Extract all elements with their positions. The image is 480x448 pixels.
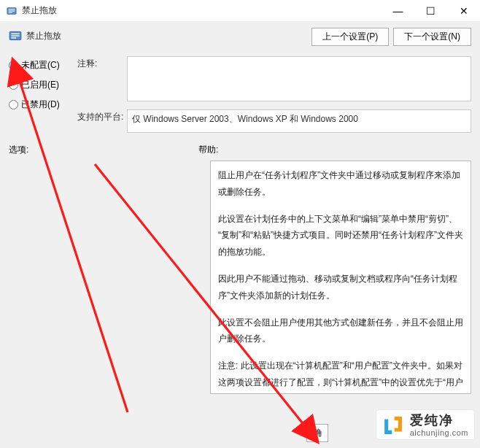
radio-enabled-label: 已启用(E): [21, 79, 59, 91]
bottom-buttons: 确: [306, 424, 328, 442]
comment-textarea[interactable]: [127, 56, 471, 101]
help-text: 此设置在计划任务中的上下文菜单和“编辑”菜单中禁用“剪切”、“复制”和“粘贴”快…: [218, 211, 463, 260]
help-header: 帮助:: [198, 144, 471, 156]
ok-button[interactable]: 确: [306, 424, 328, 442]
watermark-logo-icon: [381, 413, 406, 438]
platforms-textarea[interactable]: [127, 109, 471, 133]
help-text: 注意: 此设置出现在“计算机配置”和“用户配置”文件夹中。如果对这两项设置都进行…: [218, 358, 463, 394]
svg-rect-7: [11, 37, 16, 38]
radio-not-configured[interactable]: 未配置(C): [9, 59, 69, 72]
svg-rect-6: [11, 35, 19, 36]
watermark-cn: 爱纯净: [410, 414, 468, 428]
platforms-label: 支持的平台:: [77, 109, 127, 123]
svg-rect-3: [9, 12, 12, 12]
radio-not-configured-label: 未配置(C): [21, 59, 60, 72]
policy-icon: [9, 29, 22, 42]
window-title: 禁止拖放: [22, 4, 382, 17]
radio-disabled-input[interactable]: [9, 100, 18, 109]
radio-enabled-input[interactable]: [9, 80, 18, 90]
radio-disabled-label: 已禁用(D): [21, 99, 60, 111]
comment-label: 注释:: [77, 56, 127, 70]
fields-column: 注释: 支持的平台:: [77, 56, 471, 141]
radio-enabled[interactable]: 已启用(E): [9, 79, 69, 91]
help-text: 因此用户不能通过拖动、移动或复制文档或程序向“任务计划程序”文件夹添加新的计划任…: [218, 271, 463, 304]
help-text: 此设置不会阻止用户使用其他方式创建新任务，并且不会阻止用户删除任务。: [218, 314, 463, 348]
window-controls: — ☐ ✕: [382, 0, 480, 21]
next-setting-button[interactable]: 下一个设置(N): [393, 28, 471, 46]
policy-title: 禁止拖放: [26, 30, 61, 42]
radio-column: 未配置(C) 已启用(E) 已禁用(D): [9, 56, 69, 141]
svg-rect-2: [9, 10, 15, 11]
app-icon: [6, 5, 18, 17]
options-header: 选项:: [9, 144, 198, 156]
main-body: 未配置(C) 已启用(E) 已禁用(D) 注释: 支持的平台:: [0, 50, 480, 141]
minimize-button[interactable]: —: [382, 0, 414, 21]
lower-section: 选项: 帮助: 阻止用户在“任务计划程序”文件夹中通过移动或复制程序来添加或删除…: [0, 141, 480, 394]
svg-rect-5: [11, 34, 19, 34]
radio-disabled[interactable]: 已禁用(D): [9, 99, 69, 111]
maximize-button[interactable]: ☐: [414, 0, 447, 21]
titlebar: 禁止拖放 — ☐ ✕: [0, 0, 480, 22]
watermark: 爱纯净 aichunjing.com: [376, 410, 474, 439]
help-text: 阻止用户在“任务计划程序”文件夹中通过移动或复制程序来添加或删除任务。: [218, 167, 463, 201]
watermark-en: aichunjing.com: [410, 428, 468, 437]
subheader: 禁止拖放 上一个设置(P) 下一个设置(N): [0, 22, 480, 50]
svg-rect-1: [9, 9, 15, 9]
help-panel[interactable]: 阻止用户在“任务计划程序”文件夹中通过移动或复制程序来添加或删除任务。 此设置在…: [210, 161, 471, 394]
radio-not-configured-input[interactable]: [9, 61, 18, 70]
close-button[interactable]: ✕: [447, 0, 480, 21]
prev-setting-button[interactable]: 上一个设置(P): [311, 28, 389, 46]
